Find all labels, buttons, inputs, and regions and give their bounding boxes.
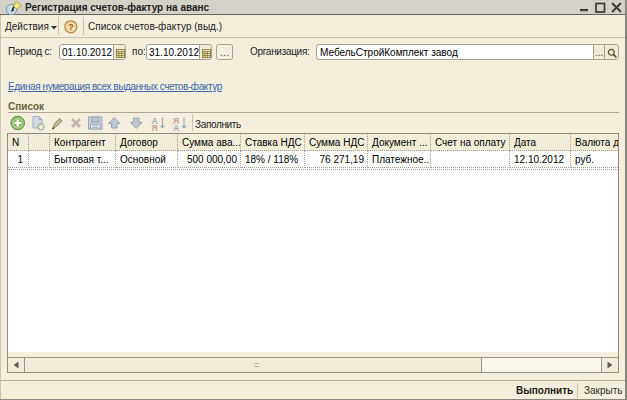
svg-text:?: ? — [68, 21, 74, 32]
svg-text:Я: Я — [152, 123, 158, 131]
svg-text:А: А — [173, 123, 179, 131]
